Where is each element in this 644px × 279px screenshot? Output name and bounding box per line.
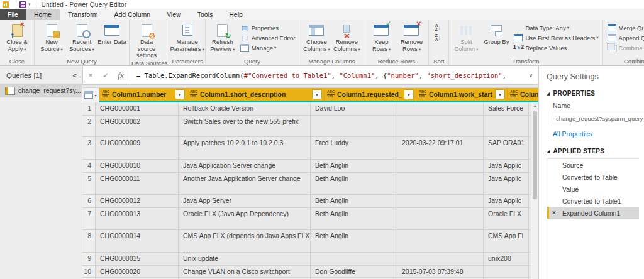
cell-last[interactable]: CMS App Fl [484,230,529,252]
formula-cancel-button[interactable]: × [83,66,98,84]
cell-work-start[interactable] [397,173,484,194]
cell-work-start[interactable] [397,160,484,172]
scroll-up-icon[interactable] [531,102,538,110]
applied-steps-section-header[interactable]: ◢ APPLIED STEPS [547,148,639,155]
cell-requested-by[interactable]: Beth Anglin [311,230,397,252]
filter-dropdown-button[interactable]: ▼ [404,89,414,99]
save-icon[interactable] [19,1,26,8]
cell-requested-by[interactable]: Beth Anglin [311,160,397,172]
filter-dropdown-button[interactable]: ▼ [312,89,322,99]
formula-expand-icon[interactable]: ∨ [524,66,538,84]
cell-work-start[interactable] [397,230,484,252]
manage-button[interactable]: Manage▾ [238,43,297,53]
cell-requested-by[interactable]: Beth Anglin [311,195,397,207]
applied-step-value[interactable]: Value [547,183,639,195]
cell-work-start[interactable] [397,253,484,265]
column-header-short-description[interactable]: ABC123Column1.short_description▼ [187,88,325,102]
cell-last[interactable]: unix200 [484,253,529,265]
cell-short-description[interactable]: Unix update [179,253,311,265]
cell-last[interactable]: Java Applic [484,160,529,172]
replace-values-button[interactable]: 1↘2Replace Values [511,43,600,53]
cell-short-description[interactable]: Switch Sales over to the new 555 prefix [179,116,311,136]
cell-number[interactable]: CHG0000012 [96,195,179,207]
cell-number[interactable]: CHG0000001 [96,102,179,115]
cell-number[interactable]: CHG0000013 [96,208,179,229]
recent-sources-button[interactable]: Recent Sources▾ [67,21,97,53]
cell-work-start[interactable]: 2020-03-22 09:17:01 [397,137,484,159]
menu-tab-help[interactable]: Help [221,9,251,20]
column-header-last[interactable]: ABC123Column1.c [508,88,538,102]
cell-short-description[interactable]: Java Application Server change [179,160,311,172]
cell-last[interactable]: Sales Force [484,102,529,115]
keep-rows-button[interactable]: ✓Keep Rows▾ [366,21,396,53]
cell-short-description[interactable]: Rollback Oracle Version [179,102,311,115]
cell-number[interactable]: CHG0000009 [96,137,179,159]
cell-last[interactable] [484,116,529,136]
applied-step-converted-to-table1[interactable]: Converted to Table1 [547,195,639,207]
menu-tab-view[interactable]: View [158,9,189,20]
data-type-any-button[interactable]: Data Type: Any▾ [511,23,600,33]
cell-number[interactable]: CHG0000011 [96,173,179,194]
filter-dropdown-button[interactable]: ▼ [175,89,185,99]
query-list-item[interactable]: change_request?sy... [0,84,82,97]
cell-number[interactable]: CHG0000015 [96,253,179,265]
cell-requested-by[interactable]: Beth Anglin [311,173,397,194]
split-column-button[interactable]: Split Column▾ [451,21,481,53]
sort-ascending-button[interactable]: AZ↓ [431,23,447,33]
cell-last[interactable] [484,266,529,277]
formula-commit-button[interactable]: ✓ [98,66,113,84]
append-queries-button[interactable]: Append Queries▾ [605,33,644,43]
menu-tab-add-column[interactable]: Add Column [106,9,158,20]
sort-descending-button[interactable]: ZA↓ [431,33,447,43]
remove-columns-button[interactable]: ×Remove Columns▾ [331,21,362,53]
remove-rows-button[interactable]: ×Remove Rows▾ [396,21,426,53]
cell-requested-by[interactable]: David Loo [311,102,397,115]
cell-work-start[interactable] [397,116,484,136]
cell-last[interactable]: SAP ORA01 [484,137,529,159]
properties-section-header[interactable]: ◢ PROPERTIES [547,90,639,97]
query-name-input[interactable] [553,112,644,124]
select-all-corner-button[interactable]: ▾ [82,88,99,102]
manage-parameters-button[interactable]: Manage Parameters▾ [172,21,203,53]
filter-dropdown-button[interactable]: ▼ [495,89,505,99]
use-first-row-as-headers-button[interactable]: Use First Row as Headers▾ [511,33,600,43]
cell-requested-by[interactable]: Don Goodliffe [311,266,397,277]
cell-number[interactable]: CHG0000010 [96,160,179,172]
cell-last[interactable]: Oracle FLX [484,208,529,229]
cell-work-start[interactable] [397,195,484,207]
choose-columns-button[interactable]: Choose Columns▾ [301,21,331,53]
collapse-panel-icon[interactable]: < [73,72,77,79]
applied-step-converted-to-table[interactable]: Converted to Table [547,171,639,183]
cell-short-description[interactable]: CMS App FLX (depends on Java Apps FLX) [179,230,311,252]
cell-requested-by[interactable]: Fred Luddy [311,137,397,159]
cell-number[interactable]: CHG0000020 [96,266,179,277]
cell-number[interactable]: CHG0000014 [96,230,179,252]
close-apply-button[interactable]: ×↑Close & Apply▾ [2,21,32,53]
vertical-scrollbar[interactable] [531,102,538,279]
delete-step-icon[interactable]: × [552,209,556,216]
menu-tab-home[interactable]: Home [26,9,60,20]
quick-access-caret-icon[interactable]: ▾ [28,2,31,7]
formula-input[interactable]: = Table.ExpandRecordColumn(#"Converted t… [131,66,524,84]
new-source-button[interactable]: New Source▾ [36,21,67,53]
cell-work-start[interactable] [397,102,484,115]
cell-requested-by[interactable]: Beth Anglin [311,208,397,229]
cell-short-description[interactable]: Java App Server [179,195,311,207]
cell-work-start[interactable] [397,208,484,229]
cell-work-start[interactable]: 2015-07-03 07:39:48 [397,266,484,277]
menu-tab-transform[interactable]: Transform [60,9,106,20]
cell-short-description[interactable]: Another Java Application Server change [179,173,311,194]
properties-button[interactable]: ▤Properties [238,23,297,33]
column-header-requested-by[interactable]: ABC123Column1.requested_by▼ [325,88,416,102]
combine-files-button[interactable]: Combine Files [605,43,644,53]
data-source-settings-button[interactable]: ⚙Data source settings [131,21,162,59]
advanced-editor-button[interactable]: ▢Advanced Editor [238,33,297,43]
cell-requested-by[interactable] [311,253,397,265]
menu-tab-file[interactable]: File [0,9,26,20]
group-by-button[interactable]: Group By [481,21,511,46]
menu-tab-tools[interactable]: Tools [189,9,221,20]
scrollbar-thumb[interactable] [533,111,537,199]
merge-queries-button[interactable]: Merge Queries▾ [605,23,644,33]
cell-short-description[interactable]: Change VLAN on a Cisco switchport [179,266,311,277]
all-properties-link[interactable]: All Properties [553,130,639,138]
